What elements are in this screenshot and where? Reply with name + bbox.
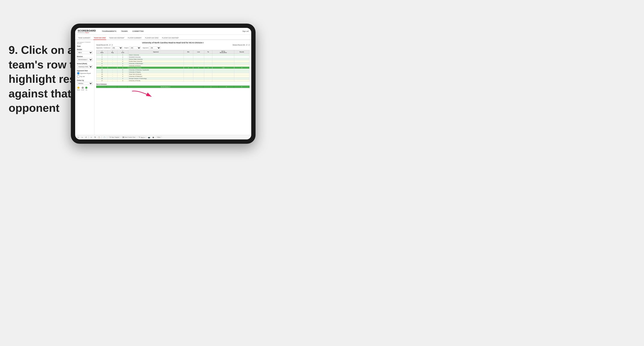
diff-cell — [212, 77, 234, 80]
up-dot — [85, 87, 88, 89]
undo-icon[interactable]: ↩ — [77, 136, 80, 139]
conf-cell: 6 — [117, 69, 128, 71]
table-header-row: #Rank #Reg #Conf Opponent Win Loss Tie D… — [96, 50, 250, 54]
loss-cell — [193, 60, 204, 62]
opponent-select[interactable]: (All) — [149, 46, 160, 49]
save-custom-view-btn[interactable]: 💾 Save Custom View — [122, 136, 136, 139]
left-panel: Last Updated: 27/03/2024 16:55:38 Team G… — [75, 40, 94, 135]
top-100-input[interactable] — [77, 75, 80, 78]
division-select[interactable]: NCAA Division I — [77, 58, 92, 61]
out-of-division-section: Out of division NCAA Division II 1 0 0 — [96, 83, 250, 88]
opponents-label: Opponents: — [96, 47, 103, 48]
conference-label: Conference — [104, 47, 110, 48]
loss-cell — [193, 64, 204, 67]
table-row[interactable]: 9-3University of Arizona — [96, 64, 250, 67]
reg-cell: - — [108, 58, 117, 60]
sign-out-link[interactable]: Sign out — [242, 30, 249, 32]
camera-icon[interactable]: 📷 — [148, 136, 150, 139]
sub-nav-player-h2h-heatmap[interactable]: PLAYER H2H HEATMAP — [162, 36, 179, 40]
opponents-played-radio[interactable]: Opponents Played — [77, 72, 92, 75]
scissor-icon[interactable]: ✂ — [90, 136, 92, 139]
save-icon: 💾 — [122, 137, 124, 138]
gender-select[interactable]: Men's — [77, 51, 92, 54]
gender-label: Gender — [77, 49, 92, 50]
school-select[interactable]: University of Nort... — [77, 65, 92, 68]
table-row[interactable]: 16-4Georgia Institute of Technology — [96, 77, 250, 80]
table-row[interactable]: 13-3University of Virginia — [96, 71, 250, 73]
colour-by-select[interactable]: Win/loss — [77, 82, 92, 85]
rounds-cell — [234, 64, 249, 67]
nav-committee[interactable]: COMMITTEE — [132, 30, 145, 33]
table-row[interactable]: 17-3University of Florida — [96, 80, 250, 82]
view-original-btn[interactable]: 👁 View: Original — [108, 136, 120, 138]
grid-icon[interactable]: ▦ — [152, 136, 155, 139]
table-row[interactable]: 3-2Vanderbilt University — [96, 56, 250, 58]
diff-cell — [212, 73, 234, 75]
diff-cell — [212, 58, 234, 60]
conf-cell: 2 — [117, 62, 128, 64]
col-conf: #Conf — [117, 50, 128, 54]
loss-cell — [193, 69, 204, 71]
opponent-view-label: Opponent View — [77, 70, 92, 71]
division-tie: 1 — [203, 86, 219, 88]
division-record: Division Record: 88 - 17 - 0 — [232, 44, 250, 46]
filters-row: Opponents: Conference (All) Region (All) — [96, 46, 250, 49]
clock-icon[interactable]: 🕐 — [103, 136, 106, 139]
loss-cell — [193, 62, 204, 64]
sub-nav-team-h2h-heatmap[interactable]: TEAM H2H HEATMAP — [109, 36, 125, 40]
reg-cell: - — [108, 60, 117, 62]
col-loss: Loss — [193, 50, 204, 54]
rounds-cell — [234, 54, 249, 56]
last-updated: Last Updated: 27/03/2024 16:55:38 — [77, 42, 92, 44]
table-row[interactable]: 15-2University of Oklahoma — [96, 75, 250, 77]
table-row[interactable]: 12-6University of Arkansas, Fayetteville — [96, 69, 250, 71]
top-100-radio[interactable]: Top 100 — [77, 75, 92, 78]
rank-cell: 15 — [96, 75, 108, 77]
rounds-cell — [234, 56, 249, 58]
opponents-played-input[interactable] — [77, 72, 80, 75]
reg-cell: - — [108, 75, 117, 77]
win-cell — [184, 71, 193, 73]
radio-group: Opponents Played Top 100 — [77, 72, 92, 78]
tie-cell — [204, 56, 212, 58]
refresh-icon[interactable]: ↺ — [84, 136, 87, 139]
win-cell — [184, 60, 193, 62]
conf-cell: 3 — [117, 80, 128, 82]
sub-nav-player-summary[interactable]: PLAYER SUMMARY — [127, 36, 142, 40]
redo-icon[interactable]: ↪ — [81, 136, 83, 139]
watch-btn[interactable]: 👁 Watch ▾ — [138, 136, 146, 139]
table-row[interactable]: 2-1Auburn University — [96, 54, 250, 56]
nav-teams[interactable]: TEAMS — [120, 30, 129, 33]
region-select[interactable]: (All) — [129, 46, 141, 49]
sub-nav-player-h2h-grid[interactable]: PLAYER H2H GRID — [145, 36, 159, 40]
table-row[interactable]: 11-5University of Alabama3002.618 — [96, 67, 250, 69]
legend-level: Level — [81, 87, 84, 90]
nav-tournaments[interactable]: TOURNAMENTS — [101, 30, 117, 33]
sub-nav-team-summary[interactable]: TEAM SUMMARY — [78, 36, 91, 40]
paste-icon[interactable]: 📋 — [98, 136, 100, 139]
win-cell — [184, 58, 193, 60]
division-win — [117, 86, 127, 88]
reg-cell: - — [108, 64, 117, 67]
table-row[interactable]: 8-2University of Washington — [96, 62, 250, 64]
conference-select[interactable]: (All) — [111, 46, 122, 49]
division-diff: 0 — [218, 86, 234, 88]
sub-nav: TEAM SUMMARY TEAM H2H GRID TEAM H2H HEAT… — [75, 35, 251, 40]
loss-cell — [193, 54, 204, 56]
table-row[interactable]: 14-1Texas Tech University — [96, 73, 250, 75]
rank-cell: 6 — [96, 60, 108, 62]
loss-cell — [193, 58, 204, 60]
rounds-cell — [234, 71, 249, 73]
share-btn[interactable]: Share — [156, 136, 162, 138]
rank-cell: 14 — [96, 73, 108, 75]
copy-icon[interactable]: ⧉ — [94, 136, 96, 139]
sub-nav-team-h2h-grid[interactable]: TEAM H2H GRID — [94, 36, 106, 40]
division-row[interactable]: NCAA Division II 1 0 0 — [96, 86, 250, 88]
table-row[interactable]: 6-2Florida State University — [96, 60, 250, 62]
conf-cell: 3 — [117, 64, 128, 67]
division-name — [96, 86, 107, 88]
table-row[interactable]: 4-1Arizona State University — [96, 58, 250, 60]
win-cell — [184, 73, 193, 75]
name-cell: Arizona State University — [128, 58, 184, 60]
division-loss: NCAA Division II — [128, 86, 203, 88]
